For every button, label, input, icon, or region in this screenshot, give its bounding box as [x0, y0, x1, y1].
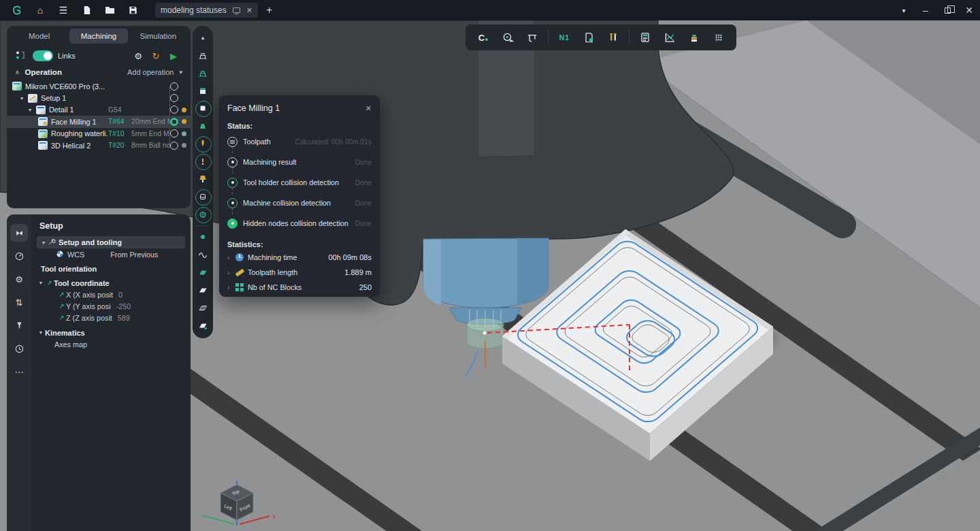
- collapse-strip-button[interactable]: ▴: [193, 29, 213, 46]
- axis-z-value[interactable]: 589: [118, 314, 130, 322]
- setup-tab-icon[interactable]: [10, 224, 28, 242]
- tab-model[interactable]: Model: [10, 29, 68, 44]
- add-operation-caret-icon[interactable]: ▾: [179, 69, 182, 76]
- axis-x-row[interactable]: ↗ X (X axis posit 0: [37, 289, 185, 300]
- tree-row-machine[interactable]: Mikron VCE600 Pro (3...: [7, 80, 191, 92]
- surface-flat-button[interactable]: [193, 281, 213, 299]
- tool-visibility-button[interactable]: [193, 135, 213, 152]
- machining-data-button[interactable]: [708, 28, 730, 47]
- visibility-radio[interactable]: [170, 82, 178, 91]
- save-button[interactable]: [121, 0, 144, 20]
- axis-z-row[interactable]: ↗ Z (Z axis posit 589: [37, 312, 185, 323]
- links-label: Links: [58, 52, 76, 60]
- window-restore-button[interactable]: [936, 0, 958, 20]
- window-close-button[interactable]: ✕: [958, 0, 980, 20]
- workpiece-icon-button[interactable]: [193, 82, 213, 99]
- tool-tip-visibility-button[interactable]: [193, 152, 213, 170]
- setup-tooling-row[interactable]: ▾ Setup and tooling: [37, 236, 185, 248]
- roughing-icon: [38, 129, 48, 138]
- axis-arrow-icon: ↗: [57, 314, 66, 321]
- tab-simulation[interactable]: Simulation: [129, 29, 187, 44]
- tool-holder-status-icon: [227, 178, 238, 188]
- tree-row-roughing[interactable]: Roughing waterli... T#10 5mm End M: [7, 128, 191, 140]
- settings-gear-button[interactable]: ⚙: [129, 51, 147, 61]
- tool-icon[interactable]: [10, 317, 28, 334]
- tree-row-setup[interactable]: ▾ Setup 1: [7, 92, 191, 103]
- new-tab-button[interactable]: +: [266, 4, 272, 16]
- detail-icon: [36, 106, 46, 114]
- visibility-radio[interactable]: [170, 129, 178, 138]
- tool-grinder-button[interactable]: [683, 28, 705, 47]
- surface-points-button[interactable]: [193, 317, 213, 334]
- collapse-operations-icon[interactable]: ∧: [15, 69, 20, 76]
- operation-status-popup: Face Milling 1 ✕ Status: Toolpath Calcul…: [219, 95, 380, 297]
- axis-x-label: X: [272, 513, 276, 520]
- post-processor-button[interactable]: [578, 28, 600, 47]
- collision-check-button[interactable]: C: [472, 28, 494, 47]
- popup-close-button[interactable]: ✕: [365, 104, 372, 113]
- add-operation-button[interactable]: Add operation: [127, 68, 174, 76]
- stock-visibility-button[interactable]: [193, 99, 213, 117]
- tree-row-face-milling[interactable]: Face Milling 1 T#64 20mm End M: [7, 116, 191, 127]
- mode-tabs: Model Machining Simulation: [7, 26, 191, 45]
- machine-ghost-button[interactable]: [193, 64, 213, 82]
- open-folder-button[interactable]: [98, 0, 121, 20]
- visibility-radio[interactable]: [170, 142, 178, 150]
- tree-row-helical[interactable]: 3D Helical 2 T#20 8mm Ball no: [7, 140, 191, 151]
- gauge-icon[interactable]: [10, 247, 28, 265]
- axis-x-value[interactable]: 0: [118, 291, 122, 299]
- transform-icon[interactable]: ⇅: [10, 293, 28, 311]
- statistics-chart-button[interactable]: [659, 28, 681, 47]
- tool-coordinate-row[interactable]: ▾ ↗ Tool coordinate: [37, 277, 185, 289]
- visibility-radio[interactable]: [170, 94, 178, 102]
- axes-map-row[interactable]: Axes map: [37, 338, 185, 350]
- status-header: Status:: [227, 122, 372, 130]
- machine-visibility-button[interactable]: [193, 46, 213, 64]
- time-icon[interactable]: [10, 340, 28, 357]
- strip-divider: [197, 225, 209, 226]
- links-toggle[interactable]: [33, 50, 53, 61]
- toolbar-separator: [629, 30, 630, 45]
- new-file-button[interactable]: [75, 0, 98, 20]
- point-display-button[interactable]: [193, 228, 213, 246]
- curve-display-button[interactable]: [193, 246, 213, 263]
- tab-machining[interactable]: Machining: [69, 29, 127, 44]
- visibility-radio[interactable]: [170, 106, 178, 114]
- menu-button[interactable]: ☰: [52, 0, 75, 20]
- surface-wireframe-button[interactable]: [193, 299, 213, 317]
- surface-shaded-button[interactable]: [193, 263, 213, 281]
- setup-panel: ⚙ ⇅ ⋯ Setup ▾ Setup and tooling WCS From…: [7, 214, 191, 531]
- axis-arrow-icon: ↗: [45, 279, 54, 287]
- axis-y-value[interactable]: -250: [116, 302, 131, 310]
- axis-y-row[interactable]: ↗ Y (Y axis posi -250: [37, 300, 185, 312]
- caliper-button[interactable]: [521, 28, 543, 47]
- run-simulation-button[interactable]: ▶: [165, 51, 182, 61]
- calculator-button[interactable]: [634, 28, 656, 47]
- tab-close-icon[interactable]: ✕: [246, 6, 252, 15]
- gear-icon[interactable]: ⚙: [10, 270, 28, 288]
- measure-tape-button[interactable]: [497, 28, 519, 47]
- nc-code-button[interactable]: N1: [553, 28, 575, 47]
- recalculate-button[interactable]: ↻: [147, 51, 165, 61]
- wcs-row[interactable]: WCS From Previous: [37, 248, 185, 260]
- fixture-visibility-button[interactable]: [193, 117, 213, 135]
- toolbar-separator: [548, 30, 549, 45]
- document-tab[interactable]: modeling statuses ✕: [155, 3, 258, 18]
- machining-result-status-icon: [227, 157, 238, 167]
- tree-row-detail[interactable]: ▾ Detail 1 G54: [7, 104, 191, 116]
- status-dot: [182, 108, 186, 112]
- workplane-visibility-button[interactable]: [193, 188, 213, 206]
- simulation-settings-button[interactable]: ⚙: [193, 206, 213, 223]
- status-machine-collision: Machine collision detection Done: [227, 193, 372, 213]
- setup-icon: [28, 94, 37, 103]
- holder-visibility-button[interactable]: [193, 170, 213, 188]
- kinematics-row[interactable]: ▾ Kinematics: [37, 327, 185, 338]
- operation-tree: Mikron VCE600 Pro (3... ▾ Setup 1 ▾ Deta…: [7, 80, 191, 151]
- tool-library-button[interactable]: [602, 28, 624, 47]
- home-button[interactable]: ⌂: [29, 0, 52, 20]
- axis-arrow-icon: ↗: [57, 302, 66, 310]
- more-icon[interactable]: ⋯: [10, 363, 28, 381]
- visibility-radio[interactable]: [170, 118, 178, 126]
- window-minimize-button[interactable]: –: [915, 0, 936, 20]
- window-chevron-button[interactable]: ▾: [893, 0, 915, 20]
